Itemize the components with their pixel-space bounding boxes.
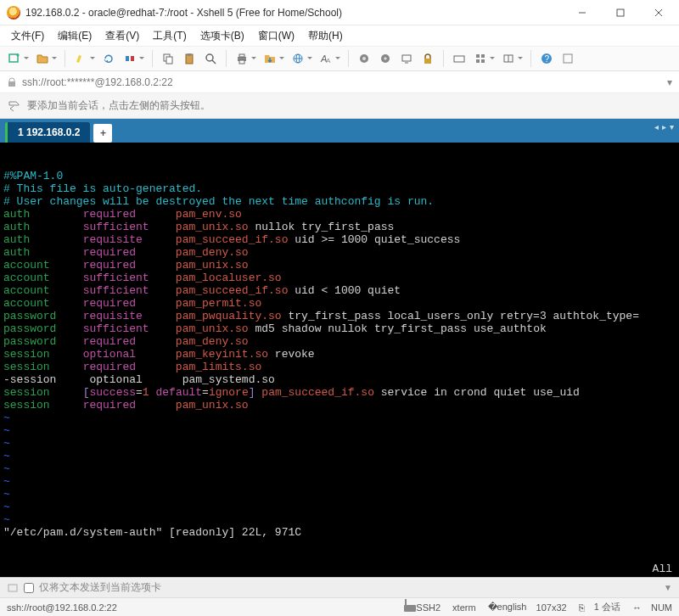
open-button[interactable]	[33, 49, 52, 68]
copy-button[interactable]	[159, 49, 177, 68]
separator	[530, 50, 531, 67]
help-button[interactable]: ?	[537, 49, 556, 68]
keyboard-button[interactable]	[450, 49, 469, 68]
minimize-button[interactable]	[563, 0, 601, 25]
menu-help[interactable]: 帮助(H)	[302, 27, 349, 45]
svg-text:?: ?	[545, 54, 550, 64]
svg-rect-1	[617, 9, 624, 16]
xftp-button[interactable]	[376, 49, 395, 68]
new-tab-button[interactable]: +	[93, 124, 112, 143]
svg-point-24	[362, 57, 366, 60]
send-label: 仅将文本发送到当前选项卡	[39, 580, 161, 595]
menu-file[interactable]: 文件(F)	[5, 27, 50, 45]
svg-rect-7	[126, 56, 129, 61]
svg-rect-40	[564, 54, 572, 63]
menu-view[interactable]: 查看(V)	[99, 27, 145, 45]
svg-rect-32	[476, 54, 480, 58]
svg-rect-35	[481, 59, 485, 63]
separator	[226, 50, 227, 67]
svg-rect-29	[454, 56, 464, 62]
title-bar: 192.168.0.2 - oracle@redhat-7:/root - Xs…	[0, 0, 679, 25]
separator	[443, 50, 444, 67]
fullscreen-button[interactable]	[558, 49, 577, 68]
transfer-button[interactable]	[261, 49, 279, 68]
tab-label: 1 192.168.0.2	[18, 126, 80, 138]
close-button[interactable]	[639, 0, 677, 25]
print-button[interactable]	[233, 49, 251, 68]
svg-text:A: A	[326, 57, 331, 64]
terminal-position: All	[653, 563, 672, 575]
session-tab[interactable]: 1 192.168.0.2	[5, 122, 90, 143]
web-button[interactable]	[289, 49, 307, 68]
svg-line-14	[212, 60, 216, 64]
reconnect-button[interactable]	[99, 49, 118, 68]
svg-rect-12	[188, 53, 191, 56]
status-numlock: ↔ NUM	[632, 602, 672, 613]
send-icon	[7, 582, 19, 594]
disconnect-button[interactable]	[121, 49, 139, 68]
tab-bar: 1 192.168.0.2 + ◂ ▸ ▾	[0, 119, 679, 143]
lock-icon	[405, 599, 407, 610]
svg-rect-34	[476, 59, 480, 63]
svg-point-13	[206, 54, 213, 61]
tab-nav: ◂ ▸ ▾	[654, 122, 674, 132]
terminal[interactable]: #%PAM-1.0# This file is auto-generated.#…	[0, 143, 679, 577]
new-session-button[interactable]	[5, 49, 24, 68]
status-bar: ssh://root@192.168.0.2:22 SSH2 xterm �en…	[0, 597, 679, 616]
info-text: 要添加当前会话，点击左侧的箭头按钮。	[27, 98, 210, 113]
send-dropdown-icon[interactable]: ▼	[664, 583, 672, 592]
svg-rect-16	[239, 54, 244, 57]
status-connection: ssh://root@192.168.0.2:22	[7, 602, 117, 613]
menu-tools[interactable]: 工具(T)	[147, 27, 192, 45]
tab-prev-icon[interactable]: ◂	[654, 122, 659, 132]
menu-tabs[interactable]: 选项卡(B)	[194, 27, 250, 45]
screen-button[interactable]	[397, 49, 416, 68]
toolbar: AA ?	[0, 46, 679, 71]
status-term: xterm	[452, 602, 476, 613]
svg-rect-41	[8, 81, 15, 87]
status-protocol: SSH2	[405, 602, 441, 613]
menu-bar: 文件(F) 编辑(E) 查看(V) 工具(T) 选项卡(B) 窗口(W) 帮助(…	[0, 25, 679, 46]
separator	[152, 50, 153, 67]
add-session-icon[interactable]	[7, 99, 20, 113]
svg-rect-33	[481, 54, 485, 58]
app-icon	[7, 6, 20, 20]
tab-next-icon[interactable]: ▸	[662, 122, 666, 132]
address-text: ssh://root:*******@192.168.0.2:22	[22, 76, 173, 88]
window-title: 192.168.0.2 - oracle@redhat-7:/root - Xs…	[25, 7, 563, 19]
xagent-button[interactable]	[355, 49, 373, 68]
status-sessions: ⎘ 1 会话	[579, 601, 620, 613]
separator	[65, 50, 65, 67]
address-dropdown-icon[interactable]: ▾	[667, 76, 672, 88]
maximize-button[interactable]	[601, 0, 639, 25]
layout-button[interactable]	[471, 49, 490, 68]
address-bar[interactable]: ssh://root:*******@192.168.0.2:22 ▾	[0, 71, 679, 93]
tab-list-icon[interactable]: ▾	[670, 122, 674, 132]
find-button[interactable]	[201, 49, 220, 68]
separator	[348, 50, 349, 67]
lock-button[interactable]	[418, 49, 437, 68]
highlight-button[interactable]	[71, 49, 90, 68]
split-button[interactable]	[499, 49, 518, 68]
svg-rect-26	[402, 55, 411, 61]
status-size: �english 107x32	[488, 602, 567, 613]
lock-icon	[7, 77, 17, 87]
paste-button[interactable]	[180, 49, 199, 68]
svg-rect-42	[8, 585, 17, 591]
svg-rect-8	[131, 56, 134, 61]
svg-rect-17	[239, 60, 244, 64]
menu-edit[interactable]: 编辑(E)	[52, 27, 98, 45]
send-bar: 仅将文本发送到当前选项卡 ▼	[0, 577, 679, 597]
font-button[interactable]: AA	[317, 49, 335, 68]
svg-rect-10	[166, 57, 172, 64]
info-bar: 要添加当前会话，点击左侧的箭头按钮。	[0, 93, 679, 119]
svg-rect-28	[424, 59, 431, 64]
menu-window[interactable]: 窗口(W)	[252, 27, 300, 45]
send-checkbox[interactable]	[24, 583, 34, 593]
